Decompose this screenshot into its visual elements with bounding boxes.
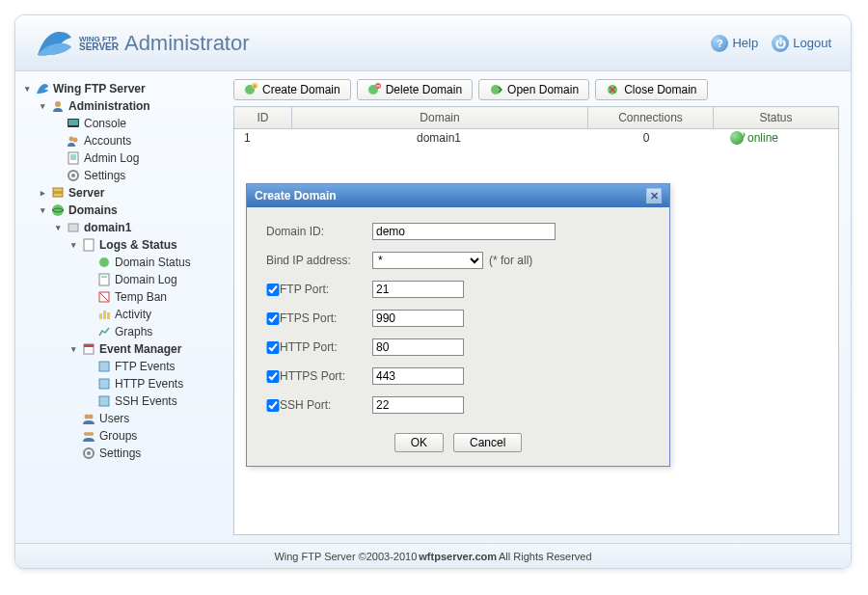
svg-rect-21	[99, 313, 102, 319]
tree-groups[interactable]: Groups	[69, 428, 224, 444]
activity-icon	[97, 308, 111, 321]
ftp-port-label: FTP Port:	[280, 283, 372, 296]
tree-adminlog[interactable]: Admin Log	[54, 150, 224, 166]
status-badge: online	[730, 131, 836, 145]
toggle-icon[interactable]: ▾	[54, 224, 63, 232]
https-port-label: HTTPS Port:	[280, 369, 372, 383]
tree-logs-status[interactable]: ▾ Logs & Status	[69, 237, 224, 253]
svg-rect-28	[99, 396, 109, 406]
tree-accounts[interactable]: Accounts	[54, 133, 224, 149]
ok-button[interactable]: OK	[394, 433, 444, 452]
svg-rect-26	[99, 362, 109, 371]
open-domain-button[interactable]: Open Domain	[478, 79, 589, 100]
svg-text:+: +	[254, 83, 257, 89]
tree-ftp-events[interactable]: FTP Events	[85, 359, 224, 374]
ftps-port-checkbox[interactable]	[266, 312, 280, 325]
footer-suffix: All Rights Reserved	[499, 551, 592, 562]
graph-icon	[97, 325, 111, 338]
globe-open-icon	[489, 83, 502, 96]
globe-plus-icon: +	[244, 83, 258, 96]
dialog-titlebar[interactable]: Create Domain ✕	[247, 184, 669, 207]
toggle-icon[interactable]: ▾	[39, 102, 47, 111]
calendar-icon	[82, 342, 95, 356]
domains-table: ID Domain Connections Status	[233, 106, 839, 129]
logout-link[interactable]: ⏻ Logout	[772, 35, 831, 52]
toggle-icon[interactable]: ▾	[69, 345, 78, 354]
footer-prefix: Wing FTP Server ©2003-2010	[274, 551, 417, 562]
svg-point-0	[55, 101, 61, 107]
bind-ip-select[interactable]: *	[372, 252, 483, 269]
toggle-icon[interactable]: ▾	[39, 206, 47, 215]
http-port-label: HTTP Port:	[280, 340, 372, 354]
groups-icon	[82, 429, 95, 443]
tree-event-manager[interactable]: ▾ Event Manager	[69, 341, 224, 357]
tree-root[interactable]: ▾ Wing FTP Server	[23, 81, 224, 96]
svg-rect-25	[84, 344, 94, 347]
footer: Wing FTP Server ©2003-2010 wftpserver.co…	[15, 543, 851, 568]
tree-http-events[interactable]: HTTP Events	[85, 376, 224, 392]
create-domain-button[interactable]: + Create Domain	[233, 79, 351, 100]
tree-console[interactable]: Console	[54, 116, 224, 131]
event-icon	[97, 394, 111, 408]
col-id[interactable]: ID	[234, 107, 292, 129]
toggle-icon[interactable]: ▾	[23, 85, 32, 94]
server-icon	[67, 221, 80, 234]
https-port-input[interactable]	[372, 367, 464, 385]
dialog-title: Create Domain	[255, 189, 337, 203]
toolbar: + Create Domain Delete Domain Open Domai…	[233, 79, 839, 100]
tree-users[interactable]: Users	[69, 411, 224, 426]
domain-id-input[interactable]	[372, 223, 556, 240]
product-bottom: SERVER	[79, 43, 119, 51]
http-port-checkbox[interactable]	[266, 341, 280, 354]
tree-domain-log[interactable]: Domain Log	[85, 272, 224, 287]
svg-rect-11	[53, 188, 63, 192]
svg-point-33	[90, 432, 94, 436]
ftp-port-input[interactable]	[372, 281, 464, 298]
tree-activity[interactable]: Activity	[85, 307, 224, 322]
col-domain[interactable]: Domain	[292, 107, 588, 129]
tree-temp-ban[interactable]: Temp Ban	[85, 289, 224, 305]
toggle-icon[interactable]: ▸	[39, 189, 47, 198]
col-status[interactable]: Status	[714, 107, 839, 129]
ftp-port-checkbox[interactable]	[266, 284, 280, 296]
tree-administration[interactable]: ▾ Administration	[39, 98, 224, 114]
cell-domain: domain1	[296, 131, 582, 145]
dialog-close-button[interactable]: ✕	[646, 188, 662, 203]
svg-rect-23	[107, 312, 110, 319]
app-header: WING FTP SERVER Administrator ? Help ⏻ L…	[15, 15, 851, 71]
ssh-port-input[interactable]	[372, 396, 464, 414]
tree-ssh-events[interactable]: SSH Events	[85, 393, 224, 409]
svg-point-10	[71, 174, 75, 177]
svg-rect-14	[68, 224, 78, 231]
console-icon	[67, 117, 80, 130]
col-connections[interactable]: Connections	[588, 107, 714, 129]
tree-server[interactable]: ▸ Server	[39, 185, 224, 201]
http-port-input[interactable]	[372, 338, 464, 356]
online-icon	[730, 131, 744, 145]
tree-domain-status[interactable]: Domain Status	[85, 255, 224, 270]
svg-point-30	[89, 415, 94, 419]
help-link[interactable]: ? Help	[711, 35, 758, 52]
user-icon	[51, 99, 65, 113]
cell-connections: 0	[583, 131, 709, 145]
logo: WING FTP SERVER Administrator	[35, 26, 250, 61]
sidebar: ▾ Wing FTP Server ▾ Administration	[15, 71, 228, 543]
toggle-icon[interactable]: ▾	[69, 241, 78, 250]
table-row[interactable]: 1 domain1 0 online	[236, 131, 836, 145]
tree-domains[interactable]: ▾ Domains	[39, 203, 224, 218]
tree-domain-settings[interactable]: Settings	[69, 446, 224, 461]
help-label: Help	[732, 36, 758, 50]
server-icon	[51, 186, 65, 200]
close-domain-button[interactable]: Close Domain	[595, 79, 707, 100]
ssh-port-checkbox[interactable]	[266, 399, 280, 412]
footer-site: wftpserver.com	[419, 551, 497, 562]
cancel-button[interactable]: Cancel	[453, 433, 522, 452]
ftps-port-input[interactable]	[372, 310, 464, 327]
delete-domain-button[interactable]: Delete Domain	[357, 79, 473, 100]
tree-admin-settings[interactable]: Settings	[54, 168, 224, 183]
globe-icon	[51, 203, 65, 217]
users-icon	[82, 412, 95, 425]
tree-graphs[interactable]: Graphs	[85, 324, 224, 339]
tree-domain1[interactable]: ▾ domain1	[54, 220, 224, 235]
https-port-checkbox[interactable]	[266, 370, 280, 383]
